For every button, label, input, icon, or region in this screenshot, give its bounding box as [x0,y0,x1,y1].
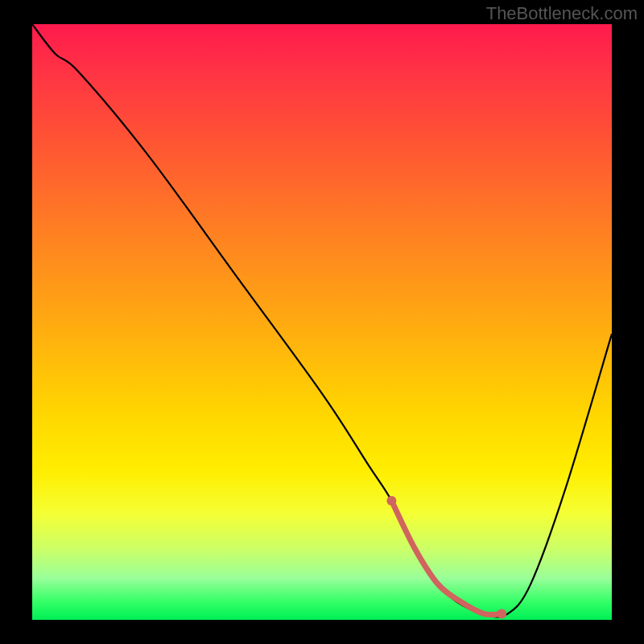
curve-path [32,24,612,617]
highlight-segment [391,501,502,615]
highlight-dots [386,496,506,619]
highlight-dot [497,609,506,619]
chart-plot-area [32,24,612,620]
watermark-text: TheBottleneck.com [486,3,638,24]
highlight-dot [386,496,396,506]
bottleneck-curve-svg [32,24,612,620]
